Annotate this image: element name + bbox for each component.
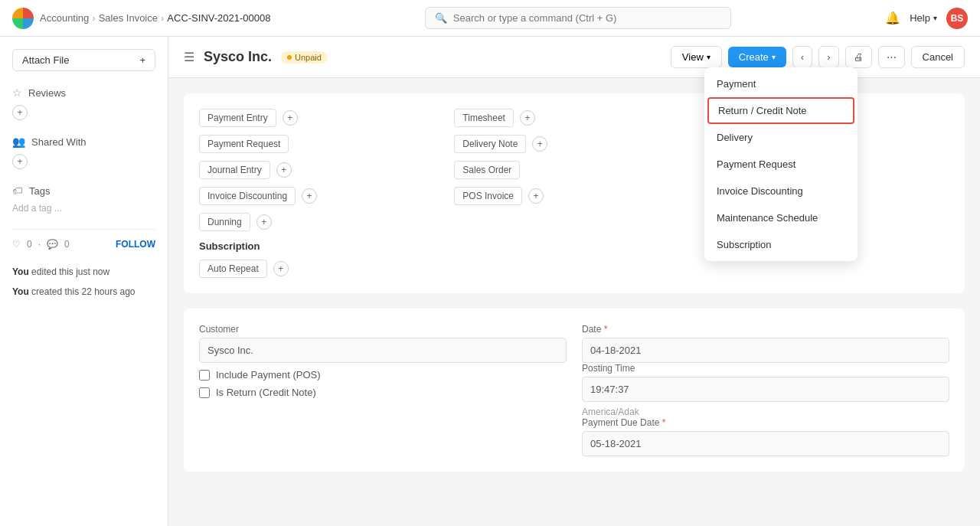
- conn-add-journal-entry[interactable]: +: [276, 162, 292, 178]
- doc-actions: View ▾ Create ▾ ‹ › 🖨 ⋯ Cancel: [671, 46, 965, 68]
- navbar-right: 🔔 Help ▾ BS: [885, 8, 968, 29]
- customer-field: Customer Sysco Inc.: [199, 324, 567, 363]
- create-button[interactable]: Create ▾: [728, 47, 786, 67]
- timezone-label: America/Adak: [582, 407, 949, 417]
- conn-pos-invoice: POS Invoice +: [454, 187, 694, 205]
- conn-tag-sales-order[interactable]: Sales Order: [454, 161, 520, 179]
- dot-separator: ·: [38, 239, 41, 250]
- add-tag-text[interactable]: Add a tag ...: [12, 203, 155, 214]
- dropdown-item-return-credit-note[interactable]: Return / Credit Note: [707, 97, 854, 124]
- breadcrumb: Accounting › Sales Invoice › ACC-SINV-20…: [40, 12, 270, 24]
- help-button[interactable]: Help ▾: [910, 12, 937, 24]
- conn-add-payment-entry[interactable]: +: [283, 110, 298, 126]
- dropdown-item-invoice-discounting[interactable]: Invoice Discounting: [704, 178, 858, 204]
- cancel-button[interactable]: Cancel: [911, 46, 965, 68]
- payment-due-date-input[interactable]: 05-18-2021: [582, 431, 949, 456]
- tag-icon: 🏷: [12, 185, 23, 197]
- view-chevron-icon: ▾: [707, 53, 710, 61]
- avatar[interactable]: BS: [946, 8, 968, 29]
- conn-tag-payment-request[interactable]: Payment Request: [199, 135, 289, 153]
- reviews-label: Reviews: [28, 87, 66, 99]
- breadcrumb-accounting[interactable]: Accounting: [40, 12, 89, 24]
- app-logo[interactable]: [12, 8, 34, 29]
- comment-icon: 💬: [47, 239, 58, 250]
- reviews-add-button[interactable]: +: [12, 105, 28, 120]
- customer-label: Customer: [199, 324, 567, 335]
- shared-add-button[interactable]: +: [12, 154, 28, 169]
- is-return-label: Is Return (Credit Note): [216, 387, 316, 398]
- reviews-item[interactable]: ☆ Reviews: [12, 87, 155, 99]
- navbar: Accounting › Sales Invoice › ACC-SINV-20…: [0, 0, 980, 37]
- include-payment-checkbox[interactable]: [199, 370, 210, 381]
- shared-with-item[interactable]: 👥 Shared With: [12, 136, 155, 148]
- shared-with-section: 👥 Shared With +: [12, 136, 155, 169]
- include-payment-row: Include Payment (POS): [199, 369, 567, 381]
- date-label: Date *: [582, 324, 949, 335]
- prev-button[interactable]: ‹: [792, 46, 812, 68]
- conn-tag-timesheet[interactable]: Timesheet: [454, 109, 514, 127]
- sidebar: Attach File + ☆ Reviews + 👥 Shared With …: [0, 37, 168, 526]
- conn-add-dunning[interactable]: +: [256, 214, 272, 230]
- doc-header: ☰ Sysco Inc. Unpaid View ▾ Create ▾ ‹ ›: [168, 37, 980, 78]
- payment-due-date-required: *: [662, 417, 666, 428]
- comments-count: 0: [64, 239, 70, 250]
- search-icon: 🔍: [435, 12, 447, 24]
- search-box[interactable]: 🔍: [425, 7, 731, 29]
- conn-add-timesheet[interactable]: +: [520, 110, 535, 126]
- status-badge: Unpaid: [281, 51, 328, 64]
- breadcrumb-sales-invoice[interactable]: Sales Invoice: [99, 12, 158, 24]
- activity-item-1: You edited this just now: [12, 265, 155, 279]
- tags-label: Tags: [29, 185, 50, 197]
- conn-tag-payment-entry[interactable]: Payment Entry: [199, 109, 276, 127]
- conn-add-pos-invoice[interactable]: +: [528, 188, 544, 204]
- conn-tag-journal-entry[interactable]: Journal Entry: [199, 161, 270, 179]
- form-left-col: Customer Sysco Inc. Include Payment (POS…: [199, 324, 567, 456]
- notification-icon[interactable]: 🔔: [885, 11, 900, 25]
- conn-tag-auto-repeat[interactable]: Auto Repeat: [199, 260, 267, 278]
- help-label: Help: [910, 12, 930, 24]
- dropdown-item-delivery[interactable]: Delivery: [704, 124, 858, 151]
- dropdown-item-payment[interactable]: Payment: [704, 70, 858, 97]
- view-button[interactable]: View ▾: [671, 46, 722, 68]
- form-panel: Customer Sysco Inc. Include Payment (POS…: [184, 309, 965, 472]
- conn-tag-invoice-discounting[interactable]: Invoice Discounting: [199, 187, 296, 205]
- likes-count: 0: [27, 239, 32, 250]
- is-return-checkbox[interactable]: [199, 387, 210, 398]
- dropdown-item-payment-request[interactable]: Payment Request: [704, 151, 858, 178]
- conn-tag-dunning[interactable]: Dunning: [199, 213, 250, 231]
- posting-time-field: Posting Time 19:47:37 America/Adak: [582, 363, 949, 417]
- breadcrumb-doc-id[interactable]: ACC-SINV-2021-00008: [167, 12, 270, 24]
- connections-col-2: Timesheet + Delivery Note + Sales Order …: [454, 109, 694, 231]
- tags-section: 🏷 Tags Add a tag ...: [12, 185, 155, 214]
- conn-add-delivery-note[interactable]: +: [532, 136, 547, 152]
- conn-tag-delivery-note[interactable]: Delivery Note: [454, 135, 526, 153]
- breadcrumb-sep1: ›: [92, 12, 95, 24]
- date-input[interactable]: 04-18-2021: [582, 338, 949, 363]
- doc-body: Payment Entry + Payment Request Journal …: [168, 78, 980, 487]
- conn-auto-repeat: Auto Repeat +: [199, 260, 949, 278]
- create-chevron-icon: ▾: [772, 53, 776, 61]
- status-dot: [287, 55, 292, 60]
- hamburger-icon[interactable]: ☰: [184, 50, 194, 64]
- conn-tag-pos-invoice[interactable]: POS Invoice: [454, 187, 522, 205]
- conn-dunning: Dunning +: [199, 213, 439, 231]
- navbar-left: Accounting › Sales Invoice › ACC-SINV-20…: [12, 8, 270, 29]
- conn-add-invoice-discounting[interactable]: +: [302, 188, 317, 204]
- posting-time-input[interactable]: 19:47:37: [582, 377, 949, 402]
- shared-with-label: Shared With: [31, 136, 87, 148]
- print-button[interactable]: 🖨: [845, 46, 872, 68]
- attach-file-button[interactable]: Attach File +: [12, 49, 155, 71]
- follow-button[interactable]: FOLLOW: [116, 239, 155, 250]
- conn-add-auto-repeat[interactable]: +: [273, 261, 289, 276]
- more-button[interactable]: ⋯: [878, 46, 905, 68]
- next-button[interactable]: ›: [818, 46, 838, 68]
- main-content: ☰ Sysco Inc. Unpaid View ▾ Create ▾ ‹ ›: [168, 37, 980, 526]
- like-row: ♡ 0 · 💬 0: [12, 239, 70, 250]
- customer-input[interactable]: Sysco Inc.: [199, 338, 567, 363]
- search-input[interactable]: [453, 12, 721, 24]
- follow-row: ♡ 0 · 💬 0 FOLLOW: [12, 229, 155, 250]
- dropdown-item-maintenance-schedule[interactable]: Maintenance Schedule: [704, 204, 858, 231]
- dropdown-item-subscription[interactable]: Subscription: [704, 231, 858, 258]
- payment-due-date-field: Payment Due Date * 05-18-2021: [582, 417, 949, 456]
- people-icon: 👥: [12, 136, 25, 148]
